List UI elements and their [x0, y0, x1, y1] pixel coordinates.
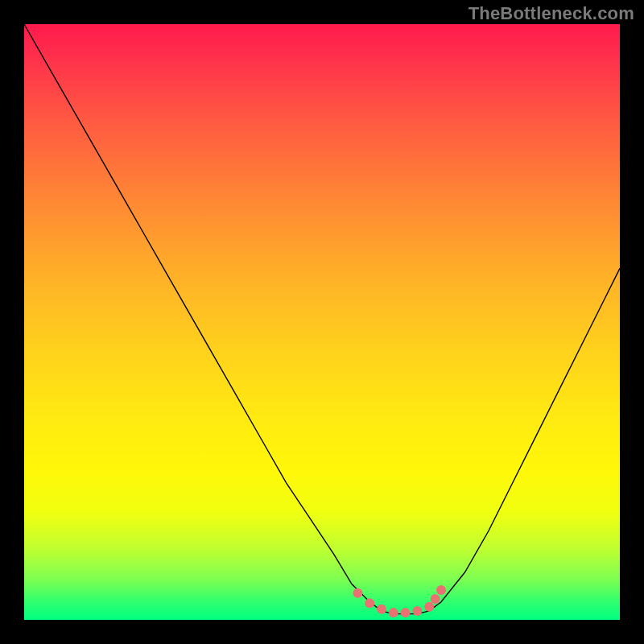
plateau-dot — [365, 598, 374, 608]
watermark-label: TheBottleneck.com — [469, 3, 634, 24]
chart-frame: TheBottleneck.com — [0, 0, 644, 644]
plateau-dot — [436, 585, 446, 595]
curve-line — [24, 24, 620, 614]
plot-area — [24, 24, 620, 620]
plateau-dot — [431, 594, 440, 604]
plateau-dot — [401, 608, 411, 617]
plateau-dot — [389, 608, 398, 617]
plateau-dot — [377, 605, 386, 614]
plateau-dots — [353, 585, 446, 617]
plateau-dot — [353, 588, 362, 598]
plateau-dot — [424, 602, 434, 612]
plateau-dot — [412, 606, 422, 616]
chart-svg — [24, 24, 620, 620]
